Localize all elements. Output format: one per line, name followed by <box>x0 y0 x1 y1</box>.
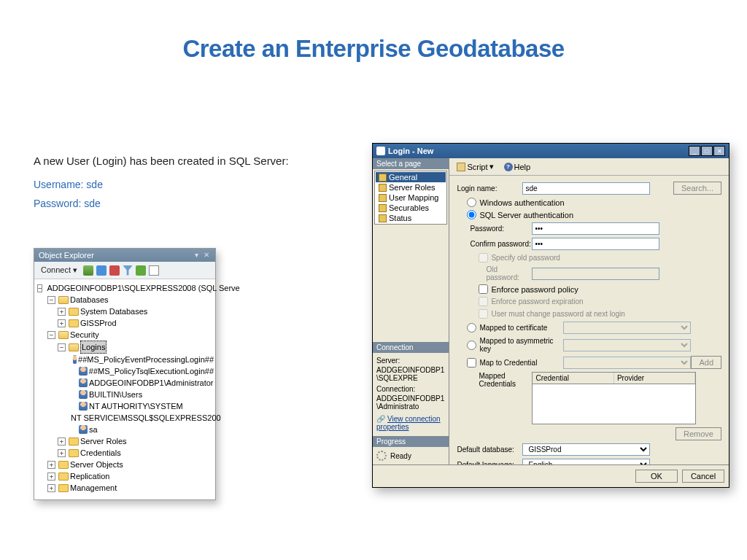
connection-header: Connection <box>373 342 449 353</box>
object-explorer-panel: Object Explorer ▾ ✕ Connect ▾ −ADDGEOINF… <box>34 248 216 500</box>
cancel-button[interactable]: Cancel <box>682 470 724 483</box>
expand-icon[interactable]: − <box>47 331 55 339</box>
folder-icon <box>58 461 69 469</box>
tree-login-item[interactable]: ##MS_PolicyTsqlExecutionLogin## <box>68 365 214 377</box>
sql-auth-radio[interactable] <box>467 210 476 219</box>
maximize-button[interactable]: □ <box>701 146 713 156</box>
specify-old-password-label: Specify old password <box>491 254 560 262</box>
page-icon <box>379 194 387 202</box>
mapped-asym-radio[interactable] <box>467 341 476 350</box>
minimize-button[interactable]: _ <box>689 146 700 156</box>
default-language-label: Default language: <box>457 461 522 464</box>
windows-auth-radio[interactable] <box>467 198 476 207</box>
tree-management[interactable]: +Management <box>47 482 214 494</box>
mapped-cert-radio[interactable] <box>467 323 476 332</box>
refresh-icon[interactable] <box>96 265 107 276</box>
tree-login-item[interactable]: ##MS_PolicyEventProcessingLogin## <box>68 354 214 365</box>
clear-icon[interactable] <box>149 265 159 276</box>
old-password-input <box>532 268 659 280</box>
folder-icon <box>69 449 79 457</box>
default-database-select[interactable]: GISSProd <box>522 443 650 456</box>
login-name-input[interactable] <box>522 182 650 195</box>
tree-system-databases[interactable]: +System Databases <box>58 306 214 317</box>
expand-icon[interactable]: + <box>47 461 55 469</box>
page-list: General Server Roles User Mapping Secura… <box>374 171 447 225</box>
filter-icon[interactable] <box>123 265 133 276</box>
progress-status: Ready <box>390 452 411 460</box>
page-icon <box>379 174 387 182</box>
ok-button[interactable]: OK <box>635 470 678 483</box>
desc-text: A new User (Login) has been created in S… <box>34 155 289 167</box>
login-icon <box>79 425 88 434</box>
login-icon <box>79 402 88 411</box>
tree-databases[interactable]: −Databases <box>47 294 214 306</box>
tree-login-item[interactable]: ADDGEOINFODBP1\Administrator <box>68 377 214 389</box>
close-button[interactable]: ✕ <box>713 146 725 156</box>
tree-security[interactable]: −Security <box>47 329 214 341</box>
expand-icon[interactable]: + <box>47 472 55 481</box>
server-label: Server: <box>376 357 445 365</box>
expand-icon[interactable]: − <box>37 284 42 292</box>
tree-login-item[interactable]: sa <box>68 424 214 435</box>
server-value: ADDGEOINFODBP1\SQLEXPRE <box>376 366 445 382</box>
server-icon[interactable] <box>83 265 93 276</box>
database-icon <box>69 319 79 327</box>
expand-icon[interactable]: + <box>58 319 66 327</box>
view-connection-properties-link[interactable]: View connection properties <box>376 415 441 431</box>
sql-auth-label: SQL Server authentication <box>479 211 573 219</box>
expand-icon[interactable]: + <box>58 308 66 316</box>
tree-login-item[interactable]: NT SERVICE\MSSQL$SQLEXPRESS200 <box>68 412 214 424</box>
help-button[interactable]: ?Help <box>500 161 535 173</box>
page-general[interactable]: General <box>376 172 446 182</box>
expand-icon[interactable]: + <box>58 449 66 457</box>
tree-login-item[interactable]: BUILTIN\Users <box>68 389 214 400</box>
tree-server-objects[interactable]: +Server Objects <box>47 459 214 470</box>
map-credential-checkbox[interactable] <box>467 358 476 368</box>
tree-replication[interactable]: +Replication <box>47 470 214 482</box>
credentials-grid[interactable]: CredentialProvider <box>532 372 696 424</box>
page-securables[interactable]: Securables <box>376 203 446 213</box>
tree-gissprod[interactable]: +GISSProd <box>58 317 214 329</box>
password-input[interactable] <box>532 222 659 235</box>
tree-login-item[interactable]: NT AUTHORITY\SYSTEM <box>68 400 214 412</box>
folder-icon <box>69 308 79 316</box>
windows-auth-label: Windows authentication <box>479 198 564 207</box>
default-database-label: Default database: <box>457 446 522 454</box>
remove-button: Remove <box>676 427 721 440</box>
connection-label: Connection: <box>376 385 445 393</box>
login-form: Login name: Search... Windows authentica… <box>449 176 729 464</box>
panel-window-buttons[interactable]: ▾ ✕ <box>195 251 211 260</box>
script-dropdown[interactable]: Script ▾ <box>453 160 497 173</box>
object-explorer-titlebar: Object Explorer ▾ ✕ <box>34 249 215 262</box>
dialog-left-panel: Select a page General Server Roles User … <box>373 158 449 464</box>
activity-icon[interactable] <box>136 265 146 276</box>
connect-dropdown[interactable]: Connect ▾ <box>38 264 80 276</box>
stop-icon[interactable] <box>109 265 120 276</box>
username-line: Username: sde <box>34 179 289 190</box>
enforce-policy-checkbox[interactable] <box>479 284 488 294</box>
page-user-mapping[interactable]: User Mapping <box>376 192 446 203</box>
expand-icon[interactable]: − <box>58 343 66 351</box>
tree-root[interactable]: −ADDGEOINFODBP1\SQLEXPRESS2008 (SQL Serv… <box>37 282 214 294</box>
enforce-expiration-label: Enforce password expiration <box>491 298 583 306</box>
page-status[interactable]: Status <box>376 213 446 223</box>
login-name-label: Login name: <box>457 184 522 192</box>
tree-credentials[interactable]: +Credentials <box>58 447 214 459</box>
default-language-select[interactable]: English <box>522 459 650 464</box>
object-explorer-toolbar: Connect ▾ <box>34 262 215 279</box>
tree-logins[interactable]: −Logins <box>58 341 214 354</box>
expand-icon[interactable]: + <box>58 438 66 446</box>
confirm-password-input[interactable] <box>532 238 659 250</box>
dialog-toolbar: Script ▾ ?Help <box>449 158 729 176</box>
dialog-titlebar[interactable]: Login - New _ □ ✕ <box>373 144 729 158</box>
expand-icon[interactable]: − <box>47 296 55 304</box>
object-explorer-title: Object Explorer <box>39 251 94 260</box>
expand-icon[interactable]: + <box>47 484 55 492</box>
page-server-roles[interactable]: Server Roles <box>376 182 446 192</box>
tree-server-roles[interactable]: +Server Roles <box>58 435 214 447</box>
confirm-password-label: Confirm password: <box>470 240 532 248</box>
grid-header-credential: Credential <box>533 373 614 384</box>
progress-header: Progress <box>373 436 449 447</box>
mapped-asym-label: Mapped to asymmetric key <box>479 337 563 353</box>
folder-icon <box>58 472 69 481</box>
